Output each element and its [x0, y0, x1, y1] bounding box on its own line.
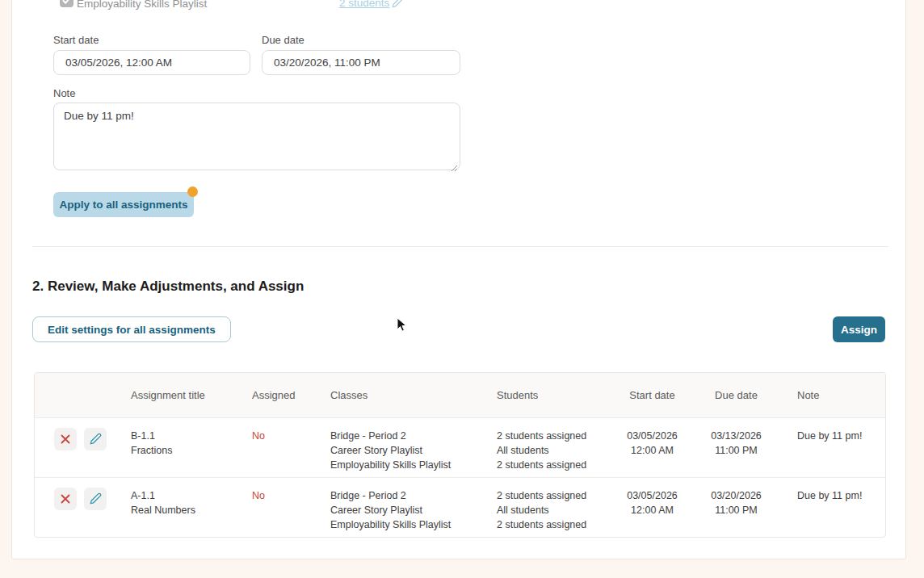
students-cell: 2 students assigned All students 2 stude…	[497, 417, 623, 477]
edit-row-button[interactable]	[84, 488, 107, 510]
header-assigned: Assigned	[252, 373, 330, 417]
due-date-label: Due date	[262, 34, 304, 46]
playlist-checkbox[interactable]	[60, 0, 74, 7]
pencil-icon	[90, 492, 102, 505]
table-header-row: Assignment title Assigned Classes Studen…	[35, 373, 885, 417]
section-divider	[32, 246, 888, 247]
students-cell: 2 students assigned All students 2 stude…	[497, 477, 623, 537]
note-cell: Due by 11 pm!	[791, 417, 885, 477]
assigned-status: No	[252, 417, 330, 477]
due-date-input[interactable]	[262, 50, 460, 75]
edit-row-button[interactable]	[84, 428, 107, 450]
assignments-table: Assignment title Assigned Classes Studen…	[34, 372, 886, 538]
x-icon	[60, 434, 71, 445]
header-classes: Classes	[330, 373, 497, 417]
assignment-title-cell: A-1.1 Real Numbers	[131, 477, 252, 537]
due-date-cell: 03/20/2026 11:00 PM	[706, 477, 791, 537]
students-edit-pencil-icon[interactable]	[392, 0, 404, 11]
start-date-cell: 03/05/2026 12:00 AM	[623, 477, 706, 537]
pencil-icon	[90, 433, 102, 445]
note-cell: Due by 11 pm!	[791, 477, 885, 537]
assigned-status: No	[252, 477, 330, 537]
start-date-cell: 03/05/2026 12:00 AM	[623, 417, 706, 477]
header-note: Note	[791, 373, 885, 417]
start-date-label: Start date	[53, 34, 99, 46]
classes-cell: Bridge - Period 2 Career Story Playlist …	[330, 417, 497, 477]
apply-notification-dot	[187, 186, 198, 197]
note-textarea[interactable]: Due by 11 pm!	[53, 103, 460, 170]
header-assignment-title: Assignment title	[131, 373, 252, 417]
students-count-link[interactable]: 2 students	[339, 0, 389, 9]
review-section-heading: 2. Review, Make Adjustments, and Assign	[32, 279, 304, 295]
delete-row-button[interactable]	[54, 428, 77, 450]
start-date-input[interactable]	[53, 50, 250, 75]
header-students: Students	[497, 373, 623, 417]
assignment-title-cell: B-1.1 Fractions	[131, 417, 252, 477]
header-due-date: Due date	[706, 373, 791, 417]
table-row: B-1.1 Fractions No Bridge - Period 2 Car…	[35, 417, 885, 477]
x-icon	[60, 493, 71, 505]
delete-row-button[interactable]	[54, 488, 77, 510]
apply-to-all-button[interactable]: Apply to all assignments	[53, 192, 194, 217]
edit-settings-all-button[interactable]: Edit settings for all assignments	[32, 316, 231, 342]
header-start-date: Start date	[623, 373, 706, 417]
check-icon	[62, 0, 71, 5]
playlist-label: Employability Skills Playlist	[77, 0, 207, 10]
due-date-cell: 03/13/2026 11:00 PM	[706, 417, 791, 477]
note-label: Note	[53, 87, 75, 99]
assign-button[interactable]: Assign	[833, 316, 885, 342]
table-row: A-1.1 Real Numbers No Bridge - Period 2 …	[35, 477, 885, 537]
classes-cell: Bridge - Period 2 Career Story Playlist …	[330, 477, 497, 537]
